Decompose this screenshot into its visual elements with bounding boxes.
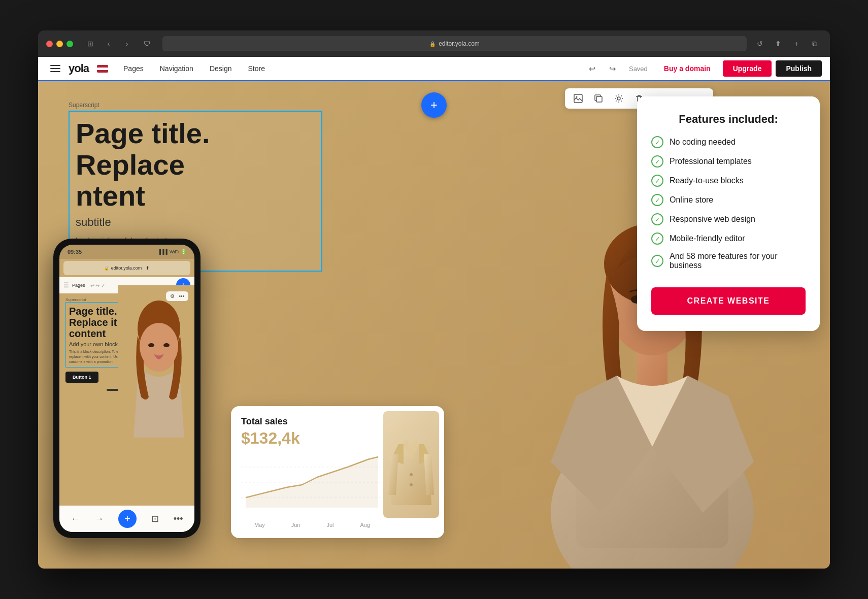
upgrade-button[interactable]: Upgrade bbox=[723, 60, 772, 77]
phone-status-bar: 09:35 ▐▐▐ WiFi 🔋 bbox=[59, 245, 194, 259]
svg-point-10 bbox=[617, 97, 620, 100]
chart-label-jul: Jul bbox=[326, 522, 333, 528]
copy-toolbar-icon[interactable] bbox=[591, 91, 606, 106]
redo-button[interactable]: ↪ bbox=[605, 60, 621, 77]
phone-time: 09:35 bbox=[68, 249, 82, 255]
feature-item-templates: ✓ Professional templates bbox=[651, 155, 806, 168]
feature-item-no-coding: ✓ No coding needed bbox=[651, 136, 806, 148]
browser-navigation: ⊞ ‹ › bbox=[83, 37, 134, 51]
sidebar-toggle-icon[interactable]: ⊞ bbox=[83, 37, 97, 51]
hamburger-line bbox=[50, 71, 60, 72]
feature-label-more-features: And 58 more features for your business bbox=[670, 252, 806, 270]
navigation-nav-item[interactable]: Navigation bbox=[153, 60, 201, 77]
svg-rect-9 bbox=[596, 96, 602, 102]
design-nav-item[interactable]: Design bbox=[203, 60, 239, 77]
hamburger-line bbox=[50, 65, 60, 66]
phone-status-icons: ▐▐▐ WiFi 🔋 bbox=[158, 249, 186, 254]
check-icon: ✓ bbox=[651, 213, 663, 225]
address-bar[interactable]: 🔒 editor.yola.com bbox=[162, 36, 747, 51]
features-panel: Features included: ✓ No coding needed ✓ … bbox=[637, 96, 820, 331]
feature-label-no-coding: No coding needed bbox=[670, 138, 736, 147]
close-button[interactable] bbox=[46, 41, 53, 47]
features-panel-title: Features included: bbox=[651, 113, 806, 126]
add-section-button[interactable]: + bbox=[421, 92, 447, 118]
phone-cta-button[interactable]: Button 1 bbox=[65, 372, 98, 383]
create-website-button[interactable]: CREATE WEBSITE bbox=[651, 287, 806, 315]
feature-label-templates: Professional templates bbox=[670, 157, 752, 166]
svg-point-22 bbox=[410, 483, 413, 486]
phone-forward-icon[interactable]: → bbox=[94, 514, 104, 524]
hamburger-menu-button[interactable] bbox=[46, 59, 64, 78]
hero-subtitle: subtitle bbox=[76, 216, 315, 229]
phone-screen: 09:35 ▐▐▐ WiFi 🔋 🔒 editor.yola.com ⬆ bbox=[59, 245, 194, 532]
feature-item-store: ✓ Online store bbox=[651, 194, 806, 206]
settings-toolbar-icon[interactable] bbox=[612, 91, 626, 106]
phone-model-image bbox=[118, 285, 194, 438]
feature-item-more-features: ✓ And 58 more features for your business bbox=[651, 252, 806, 270]
buy-domain-button[interactable]: Buy a domain bbox=[656, 60, 719, 77]
sales-chart bbox=[241, 452, 383, 513]
saved-status: Saved bbox=[629, 65, 648, 73]
feature-item-blocks: ✓ Ready-to-use blocks bbox=[651, 175, 806, 187]
svg-point-21 bbox=[410, 473, 413, 476]
phone-bottom-navigation: ← → + ⊡ ••• bbox=[59, 506, 194, 532]
check-icon: ✓ bbox=[651, 155, 663, 168]
phone-square-icon[interactable]: ⊡ bbox=[151, 513, 159, 524]
us-flag-icon[interactable] bbox=[97, 65, 108, 73]
chart-label-jun: Jun bbox=[291, 522, 301, 528]
browser-window: ⊞ ‹ › 🛡 🔒 editor.yola.com ↺ ⬆ + ⧉ yola bbox=[38, 30, 830, 569]
phone-back-icon[interactable]: ← bbox=[71, 514, 80, 524]
chart-labels: May Jun Jul Aug bbox=[241, 522, 383, 528]
check-icon: ✓ bbox=[651, 194, 663, 206]
feature-label-store: Online store bbox=[670, 195, 713, 205]
forward-icon[interactable]: › bbox=[120, 37, 134, 51]
editor-content: + bbox=[38, 81, 830, 569]
browser-right-controls: ↺ ⬆ + ⧉ bbox=[753, 37, 822, 51]
phone-bottom-add-button[interactable]: + bbox=[118, 510, 137, 528]
share-icon[interactable]: ⬆ bbox=[771, 37, 785, 51]
phone-pages-label: Pages bbox=[72, 283, 85, 288]
toolbar-navigation: Pages Navigation Design Store bbox=[116, 60, 584, 77]
maximize-button[interactable] bbox=[66, 41, 73, 47]
minimize-button[interactable] bbox=[56, 41, 63, 47]
url-text: editor.yola.com bbox=[439, 40, 480, 47]
lock-icon: 🔒 bbox=[429, 41, 436, 47]
product-jacket-image bbox=[383, 411, 439, 518]
chart-label-may: May bbox=[254, 522, 265, 528]
publish-button[interactable]: Publish bbox=[776, 60, 822, 77]
traffic-lights bbox=[46, 41, 73, 47]
refresh-icon[interactable]: ↺ bbox=[753, 37, 767, 51]
window-copy-icon[interactable]: ⧉ bbox=[808, 37, 822, 51]
feature-label-mobile-editor: Mobile-friendly editor bbox=[670, 234, 745, 243]
chart-label-aug: Aug bbox=[360, 522, 370, 528]
svg-point-16 bbox=[163, 343, 170, 347]
yola-logo: yola bbox=[69, 62, 89, 75]
hamburger-line bbox=[50, 68, 60, 69]
feature-label-responsive: Responsive web design bbox=[670, 215, 755, 224]
feature-label-blocks: Ready-to-use blocks bbox=[670, 176, 744, 185]
shield-icon: 🛡 bbox=[140, 37, 154, 51]
image-toolbar-icon[interactable] bbox=[571, 91, 585, 106]
hero-title: Page title. Replace ntent bbox=[76, 118, 315, 212]
back-icon[interactable]: ‹ bbox=[102, 37, 116, 51]
mobile-phone-preview: 09:35 ▐▐▐ WiFi 🔋 🔒 editor.yola.com ⬆ bbox=[53, 239, 201, 538]
store-nav-item[interactable]: Store bbox=[241, 60, 272, 77]
phone-mini-toolbar: ⚙ ••• bbox=[166, 291, 188, 301]
svg-point-14 bbox=[140, 323, 178, 370]
check-icon: ✓ bbox=[651, 175, 663, 187]
sales-card: Total sales $132,4k bbox=[231, 406, 444, 538]
superscript-label: Superscript bbox=[69, 102, 322, 109]
feature-item-mobile-editor: ✓ Mobile-friendly editor bbox=[651, 232, 806, 245]
check-icon: ✓ bbox=[651, 136, 663, 148]
check-icon: ✓ bbox=[651, 255, 663, 267]
phone-address-bar[interactable]: 🔒 editor.yola.com ⬆ bbox=[63, 261, 190, 275]
editor-toolbar: yola Pages Navigation Design Store ↩ ↪ S… bbox=[38, 57, 830, 81]
svg-point-15 bbox=[148, 343, 154, 347]
new-tab-icon[interactable]: + bbox=[789, 37, 804, 51]
phone-url: editor.yola.com bbox=[111, 265, 142, 271]
undo-button[interactable]: ↩ bbox=[584, 60, 600, 77]
phone-more-icon[interactable]: ••• bbox=[174, 514, 183, 524]
plus-icon: + bbox=[430, 98, 438, 112]
feature-item-responsive: ✓ Responsive web design bbox=[651, 213, 806, 225]
pages-nav-item[interactable]: Pages bbox=[116, 60, 151, 77]
